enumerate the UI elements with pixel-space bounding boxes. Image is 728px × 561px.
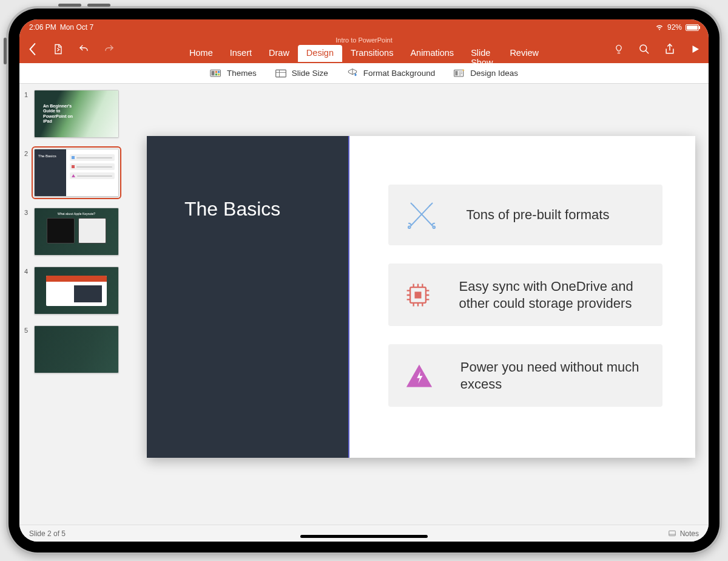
svg-rect-4 bbox=[218, 70, 220, 72]
slide-title[interactable]: The Basics bbox=[184, 198, 280, 220]
slide-thumbnail-panel[interactable]: 1 An Beginner's Guide to PowerPoint on i… bbox=[19, 84, 130, 525]
slide-thumbnail-4[interactable] bbox=[34, 267, 119, 314]
feature-row-3[interactable]: Power you need without much excess bbox=[388, 344, 662, 407]
tab-review[interactable]: Review bbox=[501, 45, 547, 62]
ipad-device-frame: 2:06 PM Mon Oct 7 92% bbox=[6, 6, 722, 555]
svg-rect-3 bbox=[215, 70, 217, 72]
home-indicator[interactable] bbox=[300, 535, 428, 538]
svg-rect-5 bbox=[215, 73, 217, 75]
tab-animations[interactable]: Animations bbox=[402, 45, 462, 62]
wifi-icon bbox=[655, 22, 664, 33]
thumb-number: 2 bbox=[24, 149, 30, 157]
svg-rect-13 bbox=[415, 291, 422, 298]
document-title[interactable]: Intro to PowerPoint bbox=[335, 36, 393, 44]
feature-text: Tons of pre-built formats bbox=[466, 206, 609, 223]
tab-draw[interactable]: Draw bbox=[260, 45, 298, 62]
feature-row-2[interactable]: Easy sync with OneDrive and other could … bbox=[388, 264, 662, 326]
lightbulb-button[interactable] bbox=[610, 41, 627, 58]
slide-thumbnail-2[interactable]: The Basics bbox=[34, 149, 119, 197]
status-date: Mon Oct 7 bbox=[60, 23, 93, 32]
design-ideas-icon bbox=[453, 68, 465, 79]
design-ribbon: Themes Slide Size Format Background bbox=[19, 63, 709, 84]
thumb-number: 5 bbox=[24, 325, 30, 334]
status-bar: 2:06 PM Mon Oct 7 92% bbox=[19, 19, 709, 35]
app-footer: Slide 2 of 5 Notes bbox=[19, 525, 709, 542]
notes-toggle[interactable]: Notes bbox=[668, 529, 699, 538]
tab-insert[interactable]: Insert bbox=[221, 45, 260, 62]
design-ideas-button[interactable]: Design Ideas bbox=[453, 68, 518, 79]
slide-thumbnail-1[interactable]: An Beginner's Guide to PowerPoint on iPa… bbox=[34, 90, 119, 138]
svg-point-10 bbox=[408, 226, 411, 228]
tab-slideshow[interactable]: Slide Show bbox=[462, 45, 501, 62]
screen: 2:06 PM Mon Oct 7 92% bbox=[19, 19, 709, 542]
battery-icon bbox=[686, 24, 699, 31]
design-ideas-label: Design Ideas bbox=[470, 69, 518, 78]
svg-rect-7 bbox=[275, 70, 286, 77]
themes-button[interactable]: Themes bbox=[210, 68, 257, 79]
format-background-icon bbox=[346, 68, 359, 79]
svg-rect-6 bbox=[218, 73, 220, 75]
warning-bolt-icon bbox=[404, 363, 433, 389]
back-button[interactable] bbox=[24, 41, 41, 58]
slide-size-label: Slide Size bbox=[292, 69, 328, 78]
app-toolbar: Intro to PowerPoint Home Insert Draw Des… bbox=[19, 35, 709, 63]
slide-editor-canvas[interactable]: The Basics bbox=[130, 84, 709, 525]
current-slide[interactable]: The Basics bbox=[147, 136, 695, 458]
feature-text: Power you need without much excess bbox=[460, 359, 647, 392]
battery-percent: 92% bbox=[667, 23, 682, 32]
svg-point-11 bbox=[433, 226, 436, 228]
thumb-number: 3 bbox=[24, 208, 30, 216]
feature-row-1[interactable]: Tons of pre-built formats bbox=[388, 185, 662, 245]
tab-design[interactable]: Design bbox=[298, 45, 342, 62]
notes-label: Notes bbox=[680, 529, 699, 538]
chip-icon bbox=[404, 281, 432, 309]
slide-size-button[interactable]: Slide Size bbox=[275, 68, 328, 79]
svg-rect-9 bbox=[456, 70, 458, 75]
swords-icon bbox=[404, 201, 439, 229]
themes-icon bbox=[210, 68, 222, 79]
slide-thumbnail-5[interactable] bbox=[34, 325, 119, 373]
redo-button[interactable] bbox=[101, 41, 118, 58]
present-button[interactable] bbox=[687, 41, 704, 58]
file-menu-button[interactable] bbox=[50, 41, 67, 58]
slide-counter: Slide 2 of 5 bbox=[29, 529, 66, 538]
slide-size-icon bbox=[275, 68, 287, 79]
feature-text: Easy sync with OneDrive and other could … bbox=[459, 278, 647, 311]
undo-button[interactable] bbox=[75, 41, 92, 58]
svg-rect-14 bbox=[669, 531, 675, 536]
svg-rect-2 bbox=[211, 70, 214, 75]
thumb-number: 4 bbox=[24, 267, 30, 275]
format-background-label: Format Background bbox=[363, 69, 436, 78]
slide-thumbnail-3[interactable]: What about Apple Keynote? bbox=[34, 208, 119, 256]
share-button[interactable] bbox=[661, 41, 678, 58]
ribbon-tabs: Home Insert Draw Design Transitions Anim… bbox=[181, 45, 547, 62]
format-background-button[interactable]: Format Background bbox=[346, 68, 436, 79]
tab-transitions[interactable]: Transitions bbox=[342, 45, 402, 62]
status-time: 2:06 PM bbox=[29, 23, 56, 32]
search-button[interactable] bbox=[636, 41, 653, 58]
tab-home[interactable]: Home bbox=[181, 45, 221, 62]
thumb-number: 1 bbox=[24, 90, 30, 98]
themes-label: Themes bbox=[227, 69, 257, 78]
